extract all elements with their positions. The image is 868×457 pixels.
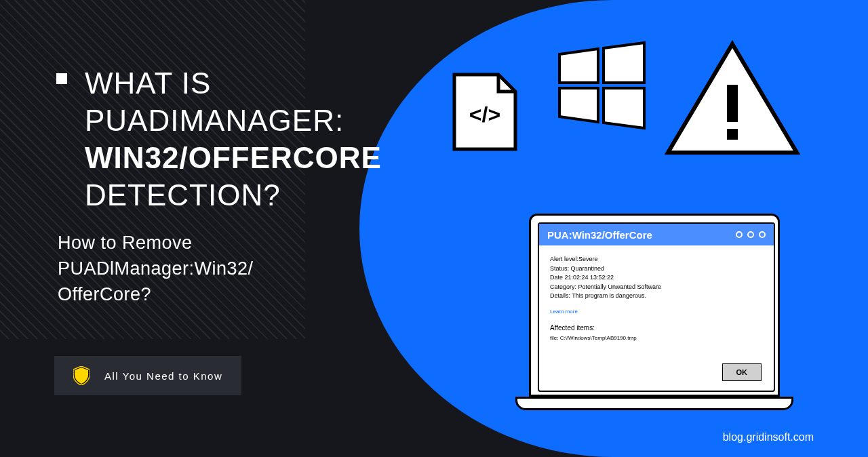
badge-text: All You Need to Know <box>104 370 222 382</box>
heading-line1: WHAT IS <box>85 66 211 100</box>
heading-line3: WIN32/OFFERCORE <box>85 141 382 174</box>
learn-more-link[interactable]: Learn more <box>550 308 763 316</box>
svg-text:</>: </> <box>469 102 500 127</box>
date-row: Date 21:02:24 13:52:22 <box>550 273 763 283</box>
dialog-titlebar: PUA:Win32/OfferCore <box>539 224 774 245</box>
warning-triangle-icon <box>665 37 800 159</box>
laptop-screen: PUA:Win32/OfferCore Alert level:Severe S… <box>529 214 780 397</box>
laptop-illustration: PUA:Win32/OfferCore Alert level:Severe S… <box>515 214 793 410</box>
bullet-square <box>56 73 67 84</box>
main-heading: WHAT IS PUADIMANAGER: WIN32/OFFERCORE DE… <box>85 64 382 214</box>
heading-line4: DETECTION? <box>85 178 281 212</box>
shield-icon <box>73 366 90 385</box>
subtitle: How to Remove PUADlManager:Win32/ OfferC… <box>58 231 382 307</box>
window-controls <box>736 231 766 238</box>
content-block: WHAT IS PUADIMANAGER: WIN32/OFFERCORE DE… <box>58 64 382 307</box>
laptop-base <box>515 397 793 410</box>
details-row: Details: This program is dangerous. <box>550 292 763 301</box>
affected-file-path: file: C:\\Windows\Temp\AB9190.tmp <box>550 334 763 342</box>
windows-icon <box>556 41 648 132</box>
ok-button[interactable]: OK <box>722 363 762 382</box>
alert-level-row: Alert level:Severe <box>550 255 763 264</box>
window-dot-icon <box>759 231 766 238</box>
category-row: Category: Potentially Unwanted Software <box>550 283 763 292</box>
code-file-icon: </> <box>451 71 519 153</box>
footer-url: blog.gridinsoft.com <box>723 431 814 443</box>
info-badge: All You Need to Know <box>54 356 241 395</box>
svg-rect-1 <box>727 85 738 122</box>
window-dot-icon <box>736 231 743 238</box>
affected-items-label: Affected items: <box>550 323 763 333</box>
dialog-title: PUA:Win32/OfferCore <box>547 229 652 241</box>
status-row: Status: Quarantined <box>550 264 763 274</box>
subtitle-line3: OfferCore? <box>58 284 151 304</box>
dialog-body: Alert level:Severe Status: Quarantined D… <box>539 245 774 352</box>
subtitle-line1: How to Remove <box>58 233 193 253</box>
svg-rect-2 <box>727 129 738 140</box>
heading-line2: PUADIMANAGER: <box>85 104 344 137</box>
dialog-window: PUA:Win32/OfferCore Alert level:Severe S… <box>538 222 775 392</box>
subtitle-line2: PUADlManager:Win32/ <box>58 258 254 279</box>
window-dot-icon <box>747 231 754 238</box>
